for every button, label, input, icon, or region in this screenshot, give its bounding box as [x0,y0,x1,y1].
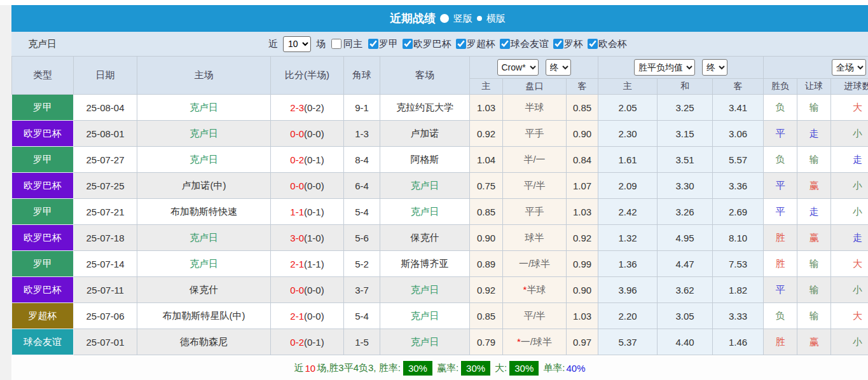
avg-draw-odds: 3.30 [658,173,713,199]
league-badge: 欧罗巴杯 [12,277,74,303]
avg-draw-odds: 3.25 [658,95,713,121]
avg-type-select[interactable]: 胜平负均值 [634,59,695,76]
away-team-cell: 克卢日 [380,277,470,303]
avg-draw-odds: 4.47 [658,251,713,277]
layout-horizontal-radio-icon[interactable] [477,16,482,21]
home-team-cell: 德布勒森尼 [137,329,271,355]
league-filter-checkbox[interactable] [456,39,466,49]
subheader-odds-away: 客 [567,79,598,95]
result-handicap: 输 [797,277,831,303]
layout-horizontal-label[interactable]: 横版 [486,13,506,25]
home-team-name[interactable]: 克卢日 [189,128,218,139]
away-team-name[interactable]: 克卢日 [411,206,439,217]
result-goals: 小 [831,277,868,303]
col-header-home: 主场 [137,57,271,95]
corner-score: 5-4 [344,303,380,329]
home-team-name[interactable]: 克卢日 [189,258,218,269]
result-handicap: 输 [797,95,831,121]
away-team-name[interactable]: 克卢日 [411,336,439,347]
avg-home-odds: 3.96 [598,277,658,303]
filter-bar: 克卢日 近 10 场 同主 罗甲欧罗巴杯罗超杯球会友谊罗杯欧会杯 [11,32,868,56]
avg-away-odds: 7.53 [713,251,764,277]
away-team-cell: 阿格斯 [380,147,470,173]
match-date: 25-08-01 [74,121,137,147]
away-team-name[interactable]: 保克什 [411,232,439,243]
handicap-odds-away: 0.97 [567,329,598,355]
away-team-name[interactable]: 卢加诺 [411,128,439,139]
avg-away-odds: 3.06 [713,121,764,147]
avg-home-odds: 1.36 [598,251,658,277]
league-badge: 罗甲 [12,95,74,121]
match-count-select[interactable]: 10 [283,36,311,52]
summary-near-label: 近 [294,362,303,374]
same-home-checkbox[interactable] [331,39,341,49]
away-team-name[interactable]: 克卢日 [411,180,439,191]
away-team-name[interactable]: 阿格斯 [411,154,439,165]
away-team-cell: 克拉约瓦大学 [380,95,470,121]
home-team-name[interactable]: 克卢日 [189,232,218,243]
match-date: 25-07-27 [74,147,137,173]
win-rate-badge: 30% [403,361,432,376]
away-team-name[interactable]: 克卢日 [411,284,439,295]
big-label: 大: [495,362,507,374]
league-filter-checkbox[interactable] [368,39,378,49]
league-filter-checkbox[interactable] [403,39,413,49]
result-group-header: 全场 [764,57,868,79]
col-header-away: 客场 [380,57,470,95]
match-date: 25-07-21 [74,199,137,225]
handicap-line-cell: 球半 [503,225,567,251]
near-label: 近 [268,38,278,50]
summary-count: 10 [305,363,315,374]
col-header-score: 比分(半场) [271,57,344,95]
handicap-line-cell: 一/球半 [503,251,567,277]
home-team-name[interactable]: 克卢日 [189,102,218,112]
league-filter-checkbox[interactable] [553,39,563,49]
corner-score: 1-5 [344,329,380,355]
result-handicap: 赢 [797,329,831,355]
handicap-line: 一/球半 [521,336,552,347]
home-team-name[interactable]: 保克什 [189,284,218,295]
subheader-avg-home: 主 [598,79,658,95]
subheader-odds-line: 盘口 [503,79,567,95]
result-goals: 走 [831,225,868,251]
away-team-name[interactable]: 克拉约瓦大学 [396,102,453,112]
odds-time-select[interactable]: 终 [546,59,571,76]
avg-draw-odds: 3.51 [658,147,713,173]
odds-company-select[interactable]: Crow* [497,59,539,76]
home-team-name[interactable]: 克卢日 [189,154,218,165]
home-team-name[interactable]: 布加勒斯特星队(中) [163,310,245,321]
away-team-cell: 克卢日 [380,329,470,355]
handicap-odds-home: 0.92 [470,121,503,147]
league-filter-checkbox[interactable] [500,39,510,49]
handicap-odds-away: 0.92 [567,225,598,251]
layout-vertical-radio-icon[interactable] [440,14,449,23]
handicap-odds-home: 0.92 [470,277,503,303]
handicap-odds-away: 0.85 [567,95,598,121]
result-period-select[interactable]: 全场 [832,59,866,76]
result-wdl: 负 [764,95,797,121]
avg-draw-odds: 3.62 [658,277,713,303]
league-filter-label: 罗超杯 [467,38,495,50]
handicap-line: 一/球半 [519,258,550,269]
home-team-name[interactable]: 德布勒森尼 [180,336,228,347]
fulltime-score: 0-2 [290,154,304,165]
home-team-cell: 克卢日 [137,225,271,251]
home-team-name[interactable]: 卢加诺(中) [182,180,226,191]
win-odds-label: 赢率: [437,362,458,374]
handicap-odds-home: 1.03 [470,95,503,121]
result-handicap: 赢 [797,173,831,199]
handicap-odds-away: 0.99 [567,251,598,277]
away-team-name[interactable]: 斯洛博齐亚 [401,258,449,269]
avg-time-select[interactable]: 终 [702,59,727,76]
home-team-name[interactable]: 布加勒斯特快速 [170,206,237,217]
league-filter-checkbox[interactable] [588,39,598,49]
match-score-cell: 0-2(0-1) [271,147,344,173]
table-row: 欧罗巴杯 25-07-11 保克什 0-0(0-0) 3-7 克卢日 0.92 … [12,277,868,303]
result-handicap: 输 [797,303,831,329]
result-goals: 小 [831,199,868,225]
avg-draw-odds: 3.05 [658,303,713,329]
layout-vertical-label[interactable]: 竖版 [453,13,472,25]
away-team-name[interactable]: 克卢日 [411,310,439,321]
halftime-score: (0-0) [304,285,324,295]
corner-score: 6-4 [344,173,380,199]
